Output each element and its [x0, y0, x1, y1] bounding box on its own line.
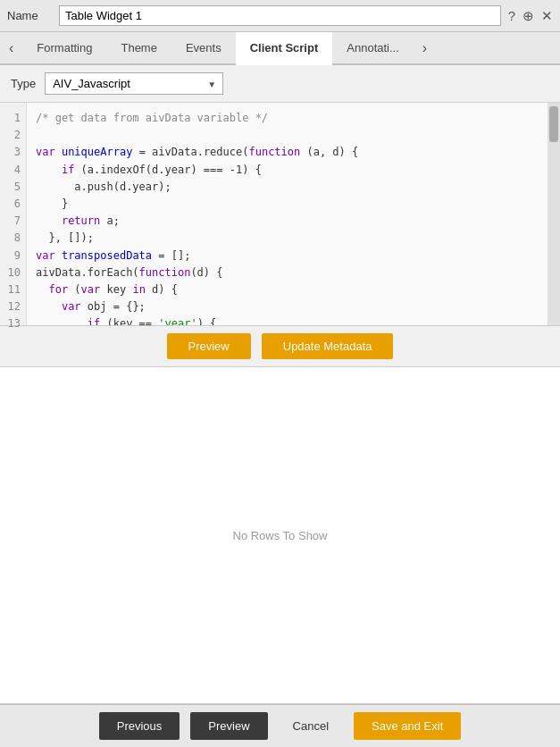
name-input[interactable]: [59, 5, 501, 26]
tab-events[interactable]: Events: [171, 32, 236, 65]
name-label: Name: [7, 9, 52, 22]
tab-prev-arrow[interactable]: ‹: [0, 32, 22, 63]
help-icon[interactable]: ?: [508, 8, 515, 23]
previous-button[interactable]: Previous: [99, 712, 180, 740]
preview-button[interactable]: Preview: [167, 333, 251, 359]
grid-area: No Rows To Show: [0, 367, 560, 704]
tab-annotati[interactable]: Annotati...: [332, 32, 414, 65]
update-metadata-button[interactable]: Update Metadata: [262, 333, 394, 359]
code-scrollbar[interactable]: [547, 103, 560, 325]
no-rows-text: No Rows To Show: [233, 529, 328, 542]
title-icons: ? ⊕ ✕: [508, 8, 553, 24]
move-icon[interactable]: ⊕: [522, 8, 534, 24]
title-bar: Name ? ⊕ ✕: [0, 0, 560, 32]
tab-client-script[interactable]: Client Script: [236, 32, 333, 65]
footer-preview-button[interactable]: Preview: [190, 712, 267, 740]
scrollbar-thumb[interactable]: [549, 106, 558, 142]
code-area: 1 2 3 4 5 6 7 8 9 10 11 12 13 /* get dat…: [0, 103, 560, 326]
type-select[interactable]: AIV_Javascript: [45, 72, 223, 95]
tab-theme[interactable]: Theme: [106, 32, 171, 65]
cancel-button[interactable]: Cancel: [279, 712, 343, 740]
close-icon[interactable]: ✕: [541, 8, 553, 24]
type-select-wrapper: AIV_Javascript: [45, 72, 223, 95]
tabs-bar: ‹ Formatting Theme Events Client Script …: [0, 32, 560, 65]
line-numbers: 1 2 3 4 5 6 7 8 9 10 11 12 13: [0, 103, 27, 325]
action-buttons: Preview Update Metadata: [0, 326, 560, 367]
tab-next-arrow[interactable]: ›: [414, 32, 436, 63]
footer-bar: Previous Preview Cancel Save and Exit: [0, 704, 560, 747]
code-content[interactable]: /* get data from aivData variable */ var…: [27, 103, 547, 325]
type-label: Type: [11, 77, 36, 90]
type-row: Type AIV_Javascript: [0, 65, 560, 103]
tab-formatting[interactable]: Formatting: [22, 32, 106, 65]
save-and-exit-button[interactable]: Save and Exit: [354, 712, 461, 740]
